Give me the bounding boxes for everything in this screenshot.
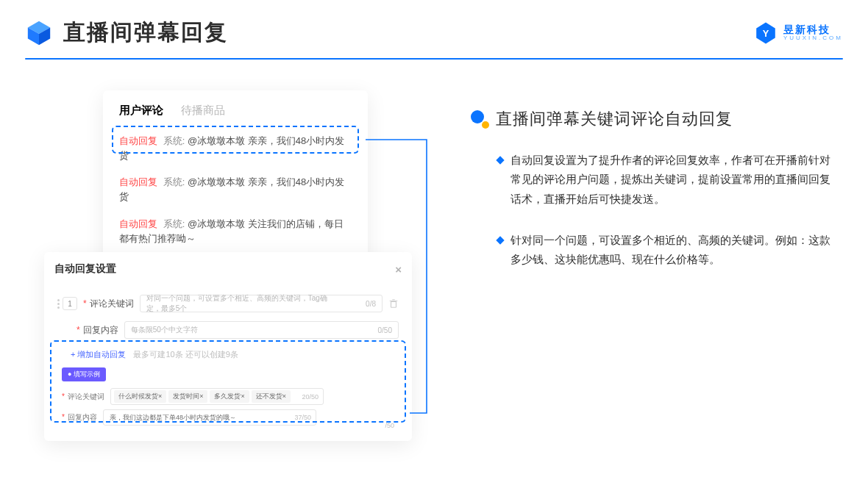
comment-preview-card: 用户评论 待播商品 自动回复 系统: @冰墩墩本墩 亲亲，我们48小时内发货 自…	[103, 90, 368, 268]
keyword-pill[interactable]: 还不发货×	[252, 390, 291, 403]
right-column: 直播间弹幕关键词评论自动回复 自动回复设置为了提升作者的评论回复效率，作者可在开…	[471, 90, 839, 291]
brand-name: 昱新科技	[783, 24, 843, 35]
ex-content-counter: 37/50	[294, 414, 311, 421]
left-column: 用户评论 待播商品 自动回复 系统: @冰墩墩本墩 亲亲，我们48小时内发货 自…	[44, 90, 441, 291]
diamond-icon	[496, 236, 504, 244]
title-wrap: 直播间弹幕回复	[25, 18, 228, 48]
section-title: 直播间弹幕关键词评论自动回复	[496, 108, 733, 130]
add-hint: 最多可建10条 还可以创建9条	[133, 349, 238, 360]
example-content-input[interactable]: 亲，我们这边都是下单48小时内发货的哦～ 37/50	[103, 409, 316, 426]
keyword-pill[interactable]: 多久发货×	[210, 390, 249, 403]
keyword-pill[interactable]: 什么时候发货×	[114, 390, 166, 403]
example-content-row: *回复内容 亲，我们这边都是下单48小时内发货的哦～ 37/50	[62, 407, 402, 428]
comment-row: 自动回复 系统: @冰墩墩本墩 关注我们的店铺，每日都有热门推荐呦～	[103, 211, 368, 252]
bullet-text: 针对同一个问题，可设置多个相近的、高频的关键词。例如：这款多少钱、这块能优惠吗、…	[511, 231, 839, 270]
keyword-input[interactable]: 对同一个问题，可设置多个相近、高频的关键词，Tag确定，最多5个 0/8	[140, 295, 383, 312]
row-index: 1	[63, 297, 77, 310]
svg-rect-5	[391, 301, 396, 307]
content-label: *回复内容	[77, 324, 118, 337]
comment-row: 自动回复 系统: @冰墩墩本墩 亲亲，我们48小时内发货	[103, 169, 368, 210]
auto-reply-settings-card: 自动回复设置 × 1 *评论关键词 对同一个问题，可设置多个相近、高频的关键词，…	[44, 252, 412, 441]
auto-reply-tag: 自动回复	[119, 176, 157, 187]
system-label: 系统:	[163, 135, 185, 146]
system-label: 系统:	[163, 218, 185, 229]
ex-keyword-counter: 20/50	[302, 393, 319, 401]
brand-sub: YUUXIN.COM	[783, 35, 843, 41]
page-title: 直播间弹幕回复	[63, 18, 228, 48]
auto-reply-tag: 自动回复	[119, 135, 157, 146]
bullet-text: 自动回复设置为了提升作者的评论回复效率，作者可在开播前针对常见的评论用户问题，提…	[511, 151, 839, 209]
keyword-counter: 0/8	[366, 300, 376, 308]
example-badge: ● 填写示例	[62, 367, 106, 381]
dots-icon	[471, 110, 488, 128]
comment-row: 自动回复 系统: @冰墩墩本墩 亲亲，我们48小时内发货	[103, 128, 368, 169]
example-section: ● 填写示例 *评论关键词 什么时候发货× 发货时间× 多久发货× 还不发货× …	[62, 366, 402, 428]
extra-counter: /50	[385, 422, 394, 429]
settings-title: 自动回复设置	[54, 262, 116, 276]
brand: Y 昱新科技 YUUXIN.COM	[754, 21, 843, 45]
brand-logo-icon: Y	[754, 21, 778, 45]
drag-handle-icon[interactable]	[57, 299, 60, 309]
svg-text:Y: Y	[763, 27, 769, 38]
example-keyword-row: *评论关键词 什么时候发货× 发货时间× 多久发货× 还不发货× 20/50	[62, 386, 402, 407]
close-icon[interactable]: ×	[395, 263, 402, 276]
add-auto-reply-link[interactable]: + 增加自动回复 最多可建10条 还可以创建9条	[71, 349, 238, 360]
slide-header: 直播间弹幕回复 Y 昱新科技 YUUXIN.COM	[0, 0, 868, 48]
auto-reply-tag: 自动回复	[119, 218, 157, 229]
tab-pending-products[interactable]: 待播商品	[181, 104, 225, 118]
bullet-item: 针对同一个问题，可设置多个相近的、高频的关键词。例如：这款多少钱、这块能优惠吗、…	[497, 231, 839, 270]
cube-icon	[25, 19, 53, 47]
system-label: 系统:	[163, 176, 185, 187]
trash-icon[interactable]	[388, 298, 399, 309]
content-input[interactable]: 每条限50个中文字符 0/50	[124, 321, 399, 339]
keyword-label: *评论关键词	[83, 298, 134, 310]
keyword-pill[interactable]: 发货时间×	[168, 390, 207, 403]
example-keyword-pills[interactable]: 什么时候发货× 发货时间× 多久发货× 还不发货× 20/50	[110, 388, 324, 405]
diamond-icon	[496, 156, 504, 164]
content-counter: 0/50	[378, 326, 392, 334]
tab-user-comments[interactable]: 用户评论	[119, 104, 163, 118]
bullet-item: 自动回复设置为了提升作者的评论回复效率，作者可在开播前针对常见的评论用户问题，提…	[497, 151, 839, 209]
row-handle[interactable]: 1	[57, 297, 77, 310]
keyword-row: 1 *评论关键词 对同一个问题，可设置多个相近、高频的关键词，Tag确定，最多5…	[54, 290, 402, 317]
content-row: *回复内容 每条限50个中文字符 0/50	[74, 317, 402, 343]
